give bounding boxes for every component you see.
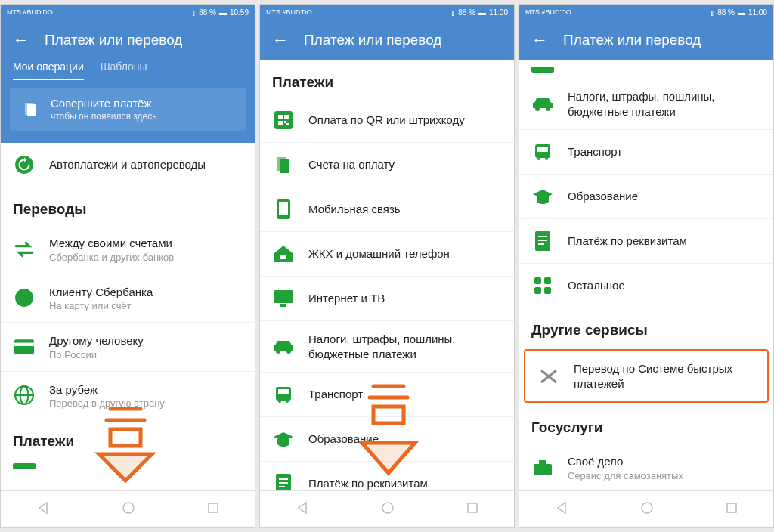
nav-back-icon[interactable] (36, 500, 51, 518)
back-arrow-icon[interactable]: ← (13, 30, 29, 50)
svg-rect-15 (278, 115, 283, 119)
nav-home-icon[interactable] (380, 500, 395, 518)
back-arrow-icon[interactable]: ← (272, 30, 289, 50)
nav-home-icon[interactable] (121, 500, 136, 518)
svg-rect-21 (280, 159, 289, 173)
svg-point-31 (278, 400, 281, 403)
bus-icon (531, 141, 554, 163)
item-label: Платёж по реквизитам (568, 234, 761, 249)
header: ← Платеж или перевод (1, 20, 255, 60)
vibrate-icon: ⫿ (451, 8, 455, 17)
education-item[interactable]: Образование (519, 175, 773, 219)
section-other-services: Другие сервисы (519, 308, 773, 346)
nav-back-icon[interactable] (554, 500, 569, 518)
nav-back-icon[interactable] (295, 500, 310, 518)
item-label: Автоплатежи и автопереводы (49, 157, 243, 172)
own-business-item[interactable]: Своё дело Сервис для самозанятых (519, 444, 773, 490)
utilities-item[interactable]: ЖКХ и домашний телефон (260, 232, 514, 277)
other-person-item[interactable]: Другому человеку По России (1, 323, 255, 372)
partial-icon (531, 66, 554, 73)
svg-rect-14 (274, 111, 293, 129)
svg-point-37 (382, 503, 393, 513)
svg-point-43 (546, 107, 550, 111)
carrier: MTS #BUD'DO.. (7, 8, 57, 16)
tab-templates[interactable]: Шаблоны (101, 60, 147, 80)
svg-rect-56 (534, 464, 552, 475)
document-icon (272, 472, 295, 490)
requisites-item[interactable]: Платёж по реквизитам (260, 462, 514, 490)
own-accounts-item[interactable]: Между своими счетами Сбербанка и других … (1, 225, 255, 274)
item-label: Налоги, штрафы, пошлины, бюджетные плате… (308, 332, 502, 361)
mobile-item[interactable]: Мобильная связь (260, 187, 514, 232)
item-label: Образование (308, 431, 502, 447)
qr-item[interactable]: Оплата по QR или штрихкоду (260, 98, 514, 143)
svg-point-28 (286, 349, 291, 354)
item-label: Другому человеку (49, 333, 243, 348)
partial-icon (13, 463, 36, 469)
nav-recent-icon[interactable] (466, 501, 479, 518)
sber-client-item[interactable]: Клиенту Сбербанка На карту или счёт (1, 274, 255, 323)
item-label: Оплата по QR или штрихкоду (308, 113, 502, 128)
vibrate-icon: ⫿ (711, 8, 714, 17)
tab-operations[interactable]: Мои операции (13, 60, 84, 80)
item-sub: Сервис для самозанятых (568, 470, 761, 481)
back-arrow-icon[interactable]: ← (531, 30, 548, 50)
svg-point-58 (642, 503, 652, 513)
svg-point-9 (123, 503, 134, 513)
svg-rect-52 (534, 277, 541, 284)
phone-screen-3: MTS #BUD'DO.. ⫿ 88 % ▬ 11:00 ← Платеж ил… (519, 4, 774, 528)
item-sub: По России (49, 349, 243, 360)
svg-rect-26 (280, 304, 286, 307)
section-payments: Платежи (260, 60, 514, 98)
requisites-item[interactable]: Платёж по реквизитам (519, 219, 773, 264)
transport-item[interactable]: Транспорт (519, 130, 773, 175)
item-label: Между своими счетами (49, 236, 243, 251)
tabs: Мои операции Шаблоны (1, 60, 255, 88)
page-title: Платеж или перевод (304, 32, 441, 48)
promo-title: Совершите платёж (51, 97, 157, 110)
svg-rect-55 (544, 287, 551, 294)
education-item[interactable]: Образование (260, 417, 514, 462)
page-title: Платеж или перевод (45, 32, 182, 48)
receipt-icon (20, 99, 42, 120)
sbp-icon (537, 365, 560, 388)
svg-rect-24 (280, 255, 286, 259)
bus-icon (272, 383, 295, 406)
svg-rect-25 (274, 290, 293, 303)
taxes-item[interactable]: Налоги, штрафы, пошлины, бюджетные плате… (519, 79, 773, 130)
transport-item[interactable]: Транспорт (260, 373, 514, 417)
internet-item[interactable]: Интернет и ТВ (260, 277, 514, 321)
item-label: Своё дело (568, 454, 761, 469)
monitor-icon (272, 287, 295, 310)
svg-rect-1 (27, 104, 36, 116)
battery-icon: ▬ (219, 8, 227, 17)
card-icon (13, 336, 36, 358)
item-label: Счета на оплату (308, 157, 502, 172)
other-item[interactable]: Остальное (519, 264, 773, 308)
svg-point-32 (286, 400, 289, 403)
abroad-item[interactable]: За рубеж Перевод в другую страну (1, 372, 255, 420)
nav-recent-icon[interactable] (206, 501, 220, 518)
battery: 88 % (717, 8, 735, 17)
header: ← Платеж или перевод (519, 20, 773, 60)
svg-rect-45 (537, 147, 548, 152)
carrier: MTS #BUD'DO.. (525, 8, 575, 16)
nav-recent-icon[interactable] (725, 501, 738, 518)
nav-home-icon[interactable] (639, 500, 655, 518)
item-label: Транспорт (308, 387, 502, 402)
promo-banner[interactable]: Совершите платёж чтобы он появился здесь (10, 88, 246, 131)
svg-rect-16 (284, 115, 289, 119)
header: ← Платеж или перевод (260, 20, 514, 60)
svg-point-47 (545, 157, 548, 160)
briefcase-icon (531, 456, 554, 479)
section-transfers: Переводы (1, 187, 255, 225)
time: 11:00 (748, 8, 767, 17)
taxes-item[interactable]: Налоги, штрафы, пошлины, бюджетные плате… (260, 321, 514, 373)
sber-logo-icon (13, 286, 36, 309)
svg-rect-54 (534, 287, 541, 294)
sbp-item[interactable]: Перевод по Системе быстрых платежей (525, 351, 767, 401)
item-label: Платёж по реквизитам (308, 476, 502, 490)
autopay-item[interactable]: Автоплатежи и автопереводы (1, 143, 255, 187)
bills-item[interactable]: Счета на оплату (260, 143, 514, 187)
grid-icon (531, 274, 554, 297)
